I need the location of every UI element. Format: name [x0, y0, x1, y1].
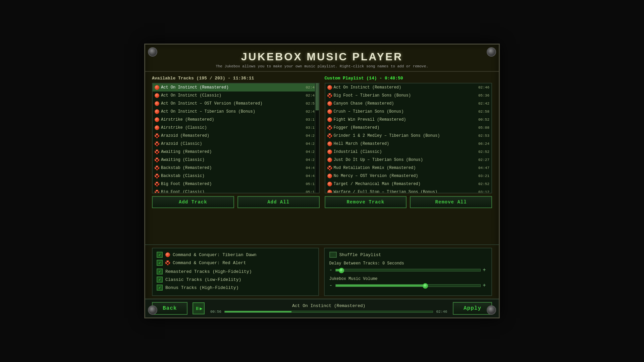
- crossed-icon: [155, 190, 159, 193]
- track-name: Act On Instinct (Remastered): [334, 85, 477, 90]
- playlist-track-item[interactable]: Big Foot – Tiberian Sons (Bonus)05:36: [325, 92, 492, 100]
- playlist-track-item[interactable]: Industrial (Classic)02:52: [325, 148, 492, 156]
- track-name: Fight Win Prevail (Remastered): [334, 117, 477, 122]
- available-track-list[interactable]: Act On Instinct (Remastered)02:46Act On …: [152, 83, 320, 193]
- delay-plus[interactable]: +: [483, 267, 487, 273]
- current-time: 00:56: [210, 310, 222, 314]
- playlist-track-item[interactable]: No Mercy – OST Version (Remastered)03:21: [325, 172, 492, 180]
- play-pause-button[interactable]: ⏸▶: [193, 302, 205, 314]
- available-track-item[interactable]: Act On Instinct (Remastered)02:46: [153, 83, 319, 92]
- track-name: Act On Instinct – Tiberian Sons (Bonus): [161, 109, 304, 114]
- delay-slider[interactable]: [335, 269, 481, 272]
- available-track-item[interactable]: Big Foot (Classic)05:13: [153, 188, 319, 193]
- crossed-icon: [155, 149, 159, 154]
- checkbox-red-alert[interactable]: [157, 260, 163, 266]
- delay-slider-thumb[interactable]: [339, 268, 344, 273]
- available-track-item[interactable]: Awaiting (Remastered)04:25: [153, 148, 319, 156]
- filter-classic: Classic Tracks (Low-Fidelity): [157, 277, 314, 283]
- playlist-track-item[interactable]: Crush – Tiberian Sons (Bonus)02:58: [325, 108, 492, 116]
- track-name: Act On Instinct (Classic): [161, 93, 304, 98]
- crossed-icon: [155, 182, 159, 186]
- track-name: Arazoid (Classic): [161, 141, 304, 146]
- red-circle-icon: [327, 149, 332, 154]
- track-duration: 02:46: [478, 85, 489, 89]
- available-scrollbar-thumb[interactable]: [316, 83, 319, 110]
- available-track-item[interactable]: Backstab (Classic)04:43: [153, 172, 319, 180]
- track-name: Fogger (Remastered): [334, 125, 477, 130]
- now-playing-label: Act On Instinct (Remastered): [210, 303, 448, 308]
- main-frame: JUKEBOX MUSIC PLAYER The Jukebox allows …: [144, 44, 500, 318]
- playlist-track-item[interactable]: Act On Instinct (Remastered)02:46: [325, 83, 492, 92]
- playlist-track-item[interactable]: Fight Win Prevail (Remastered)00:52: [325, 116, 492, 124]
- track-name: Airstrike (Classic): [161, 125, 304, 130]
- apply-button[interactable]: Apply: [453, 302, 492, 315]
- available-track-item[interactable]: Act On Instinct (Classic)02:45: [153, 92, 319, 100]
- checkbox-bonus[interactable]: [157, 285, 163, 291]
- available-track-item[interactable]: Airstrike (Classic)03:17: [153, 124, 319, 132]
- available-track-item[interactable]: Arazoid (Classic)04:22: [153, 140, 319, 148]
- back-button[interactable]: Back: [152, 302, 187, 315]
- checkbox-remastered[interactable]: [157, 268, 163, 275]
- playlist-track-item[interactable]: Canyon Chase (Remastered)02:42: [325, 100, 492, 108]
- volume-minus[interactable]: -: [329, 283, 333, 289]
- available-track-item[interactable]: Act On Instinct – OST Version (Remastere…: [153, 100, 319, 108]
- add-track-button[interactable]: Add Track: [152, 196, 234, 208]
- playlist-header: Custom Playlist (14) - 0:48:50: [325, 76, 492, 81]
- progress-bar[interactable]: [224, 311, 433, 313]
- playlist-track-item[interactable]: Target / Mechanical Man (Remastered)02:5…: [325, 180, 492, 188]
- track-name: Crush – Tiberian Sons (Bonus): [334, 109, 477, 114]
- crossed-icon: [155, 158, 159, 162]
- available-track-item[interactable]: Big Foot (Remastered)05:15: [153, 180, 319, 188]
- track-name: Big Foot – Tiberian Sons (Bonus): [334, 93, 477, 98]
- red-circle-icon: [155, 93, 159, 98]
- track-duration: 05:36: [478, 94, 489, 98]
- play-pause-icon: ⏸▶: [195, 306, 202, 311]
- volume-slider-thumb[interactable]: [423, 283, 428, 289]
- playlist-track-item[interactable]: Grinder 1 & 2 Medley – Tiberian Sons (Bo…: [325, 132, 492, 140]
- red-circle-icon: [155, 101, 159, 106]
- track-duration: 02:58: [478, 110, 489, 114]
- red-alert-icon: [165, 260, 170, 265]
- tiberian-dawn-icon: [165, 252, 170, 257]
- corner-bolt-br: [487, 305, 496, 315]
- delay-minus[interactable]: -: [329, 267, 333, 273]
- playlist-track-item[interactable]: Mud Retaliation Remix (Remastered)04:47: [325, 164, 492, 172]
- crossed-icon: [155, 174, 159, 178]
- bonus-label: Bonus Tracks (High-Fidelity): [165, 285, 238, 290]
- volume-slider[interactable]: [335, 284, 481, 287]
- available-track-item[interactable]: Arazoid (Remastered)04:26: [153, 132, 319, 140]
- track-name: Arazoid (Remastered): [161, 133, 304, 138]
- tiberian-dawn-label: Command & Conquer: Tiberian Dawn: [173, 252, 257, 257]
- playlist-track-item[interactable]: Warfare / Full Stop – Tiberian Sons (Bon…: [325, 188, 492, 193]
- track-name: Backstab (Remastered): [161, 166, 304, 170]
- corner-bolt-bl: [148, 305, 157, 315]
- remove-all-button[interactable]: Remove All: [410, 196, 492, 208]
- available-track-item[interactable]: Awaiting (Classic)04:25: [153, 156, 319, 164]
- filter-section: Command & Conquer: Tiberian Dawn Command…: [152, 248, 319, 296]
- delay-label: Delay Between Tracks: 0 Seconds: [329, 261, 487, 266]
- track-duration: 02:53: [478, 134, 489, 138]
- playlist-track-list[interactable]: Act On Instinct (Remastered)02:46Big Foo…: [325, 83, 492, 193]
- track-name: Target / Mechanical Man (Remastered): [334, 182, 477, 186]
- track-name: Industrial (Classic): [334, 149, 477, 154]
- available-track-item[interactable]: Backstab (Remastered)04:47: [153, 164, 319, 172]
- available-scrollbar[interactable]: [315, 83, 319, 193]
- track-duration: 03:12: [478, 190, 489, 193]
- playlist-track-item[interactable]: Just Do It Up – Tiberian Sons (Bonus)02:…: [325, 156, 492, 164]
- volume-plus[interactable]: +: [483, 283, 487, 289]
- shuffle-toggle[interactable]: [329, 252, 337, 258]
- playlist-track-item[interactable]: Fogger (Remastered)05:08: [325, 124, 492, 132]
- add-all-button[interactable]: Add All: [237, 196, 320, 208]
- red-circle-icon: [327, 117, 332, 122]
- available-track-item[interactable]: Act On Instinct – Tiberian Sons (Bonus)0…: [153, 108, 319, 116]
- checkbox-tiberian-dawn[interactable]: [157, 252, 163, 258]
- remove-track-button[interactable]: Remove Track: [325, 196, 407, 208]
- track-duration: 03:21: [478, 174, 489, 178]
- playlist-track-item[interactable]: Hell March (Remastered)06:24: [325, 140, 492, 148]
- available-track-item[interactable]: Airstrike (Remastered)03:17: [153, 116, 319, 124]
- checkbox-classic[interactable]: [157, 277, 163, 283]
- filter-tiberian-dawn: Command & Conquer: Tiberian Dawn: [157, 252, 314, 258]
- crossed-icon: [155, 141, 159, 146]
- track-duration: 05:08: [478, 126, 489, 130]
- track-name: Act On Instinct (Remastered): [161, 85, 304, 90]
